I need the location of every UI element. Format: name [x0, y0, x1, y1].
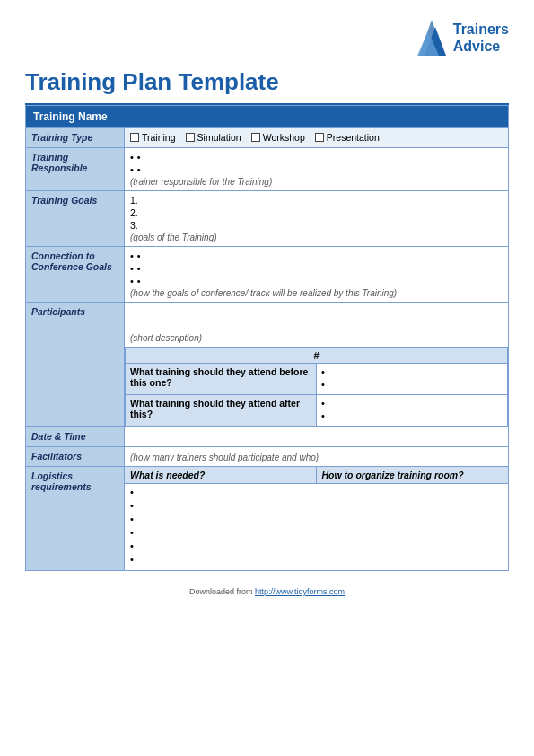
participants-description: (short description)	[125, 303, 508, 347]
training-goals-note: (goals of the Training)	[130, 233, 503, 242]
before-training-row: What training should they attend before …	[126, 364, 508, 395]
checkbox-training: Training	[130, 132, 176, 143]
after-bullet-1: •	[321, 398, 503, 409]
logo-area: Trainers Advice	[416, 16, 509, 59]
facilitators-note: (how many trainers should participate an…	[130, 453, 503, 462]
bullet-conference-3: •	[130, 276, 503, 286]
logo-text: Trainers Advice	[453, 21, 509, 55]
logistics-bullet-5: •	[130, 541, 503, 551]
logistics-bullet-6: •	[130, 554, 503, 565]
training-responsible-label: Training Responsible	[26, 148, 125, 191]
logistics-organize-label: How to organize training room?	[317, 467, 509, 483]
training-responsible-content: • • (trainer responsible for the Trainin…	[125, 148, 509, 191]
checkbox-presentation-label: Presentation	[327, 132, 380, 143]
conference-goals-note: (how the goals of conference/ track will…	[130, 288, 503, 298]
training-type-label: Training Type	[26, 128, 125, 148]
participants-nested-table: # What training should they attend befor…	[125, 347, 508, 426]
logo-icon	[416, 16, 448, 59]
checkbox-presentation-box	[315, 133, 324, 142]
checkbox-workshop-box	[251, 133, 260, 142]
participants-content: (short description) # What training shou…	[125, 303, 509, 427]
after-training-row: What training should they attend after t…	[126, 395, 508, 426]
training-type-row: Training Type Training Simulation Worksh…	[26, 128, 509, 148]
before-training-label: What training should they attend before …	[126, 364, 317, 395]
before-bullet-2: •	[321, 379, 503, 390]
page: Trainers Advice Training Plan Template T…	[0, 0, 534, 756]
after-training-label: What training should they attend after t…	[126, 395, 317, 426]
goal-1: 1.	[130, 195, 503, 206]
participants-row: Participants (short description) # What …	[26, 303, 509, 427]
logistics-bullet-1: •	[130, 487, 503, 497]
footer-link[interactable]: http://www.tidyforms.com	[255, 587, 345, 596]
participants-label: Participants	[26, 303, 125, 427]
logo-line2: Advice	[453, 38, 509, 55]
date-time-label: Date & Time	[26, 427, 125, 447]
goal-3: 3.	[130, 220, 503, 231]
after-bullet-2: •	[321, 410, 503, 421]
before-training-bullets: • •	[317, 364, 508, 395]
training-name-label: Training Name	[26, 106, 509, 128]
facilitators-content: (how many trainers should participate an…	[125, 447, 509, 467]
logistics-row: Logistics requirements What is needed? H…	[26, 467, 509, 571]
checkbox-training-box	[130, 133, 139, 142]
facilitators-label: Facilitators	[26, 447, 125, 467]
training-goals-row: Training Goals 1. 2. 3. (goals of the Tr…	[26, 191, 509, 247]
bullet-conference-2: •	[130, 263, 503, 274]
training-goals-label: Training Goals	[26, 191, 125, 247]
training-name-row: Training Name	[26, 106, 509, 128]
checkbox-simulation-box	[186, 133, 195, 142]
footer: Downloaded from http://www.tidyforms.com	[25, 587, 509, 596]
checkbox-workshop-label: Workshop	[263, 132, 305, 143]
conference-goals-label: Connection to Conference Goals	[26, 247, 125, 303]
training-responsible-note: (trainer responsible for the Training)	[130, 177, 503, 187]
logistics-content: What is needed? How to organize training…	[125, 467, 509, 571]
hash-cell: #	[126, 348, 508, 364]
footer-text: Downloaded from	[189, 587, 255, 596]
logistics-bullet-2: •	[130, 500, 503, 511]
bullet-responsible-1: •	[130, 152, 503, 163]
logistics-label: Logistics requirements	[26, 467, 125, 571]
training-goals-content: 1. 2. 3. (goals of the Training)	[125, 191, 509, 247]
logistics-bullet-4: •	[130, 527, 503, 538]
checkbox-simulation-label: Simulation	[197, 132, 241, 143]
logistics-subheader: What is needed? How to organize training…	[125, 467, 508, 484]
checkbox-training-label: Training	[142, 132, 176, 143]
main-title: Training Plan Template	[25, 68, 509, 96]
checkbox-presentation: Presentation	[315, 132, 380, 143]
bullet-responsible-2: •	[130, 164, 503, 175]
date-time-row: Date & Time	[26, 427, 509, 447]
conference-goals-content: • • • (how the goals of conference/ trac…	[125, 247, 509, 303]
logistics-needed-label: What is needed?	[125, 467, 317, 483]
goal-2: 2.	[130, 207, 503, 218]
training-type-options: Training Simulation Workshop Presentatio…	[125, 128, 509, 148]
hash-row: #	[126, 348, 508, 364]
checkbox-simulation: Simulation	[186, 132, 241, 143]
facilitators-row: Facilitators (how many trainers should p…	[26, 447, 509, 467]
logo-line1: Trainers	[453, 21, 509, 38]
after-training-bullets: • •	[317, 395, 508, 426]
bullet-conference-1: •	[130, 251, 503, 261]
before-bullet-1: •	[321, 366, 503, 377]
training-responsible-row: Training Responsible • • (trainer respon…	[26, 148, 509, 191]
conference-goals-row: Connection to Conference Goals • • • (ho…	[26, 247, 509, 303]
participants-note: (short description)	[130, 333, 503, 343]
checkbox-workshop: Workshop	[251, 132, 305, 143]
logistics-bullets: • • • • • •	[125, 484, 508, 570]
main-table: Training Name Training Type Training Sim…	[25, 105, 509, 571]
logistics-bullet-3: •	[130, 514, 503, 524]
header: Trainers Advice	[25, 16, 509, 59]
date-time-content	[125, 427, 509, 447]
